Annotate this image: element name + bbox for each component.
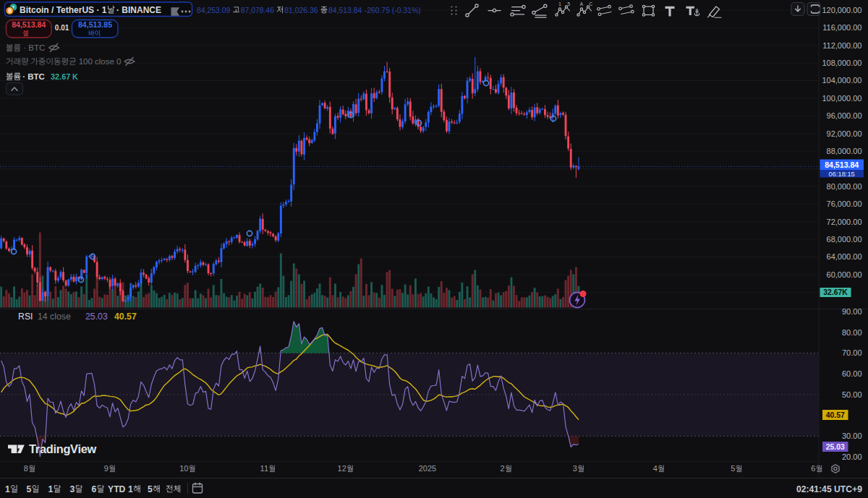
svg-text:5: 5 bbox=[731, 464, 735, 473]
svg-text:84,513.84: 84,513.84 bbox=[12, 20, 46, 29]
svg-text:32.67: 32.67 bbox=[51, 72, 70, 81]
svg-text:3: 3 bbox=[573, 464, 577, 473]
svg-text:1: 1 bbox=[48, 484, 54, 494]
svg-text:TradingView: TradingView bbox=[29, 442, 96, 455]
svg-text:81,026.36: 81,026.36 bbox=[284, 7, 318, 14]
svg-text:108,000.00: 108,000.00 bbox=[822, 59, 861, 67]
svg-text:87,078.46: 87,078.46 bbox=[241, 7, 274, 14]
svg-text:1: 1 bbox=[128, 484, 133, 494]
svg-text:84,513.85: 84,513.85 bbox=[78, 20, 112, 29]
svg-text:5: 5 bbox=[148, 484, 153, 494]
svg-text:5: 5 bbox=[27, 484, 32, 494]
svg-text:112,000.00: 112,000.00 bbox=[822, 41, 861, 50]
svg-text:6: 6 bbox=[811, 464, 815, 473]
svg-text:Bitcoin / TetherUS · 1: Bitcoin / TetherUS · 1 bbox=[20, 5, 107, 15]
svg-text:30.00: 30.00 bbox=[842, 432, 862, 440]
svg-text:06:18:15: 06:18:15 bbox=[829, 171, 855, 178]
svg-text:40.57: 40.57 bbox=[826, 411, 845, 419]
svg-text:1: 1 bbox=[558, 1, 561, 7]
svg-text:3: 3 bbox=[70, 484, 75, 494]
svg-text:84,253.09: 84,253.09 bbox=[197, 7, 230, 14]
svg-text:80,000.00: 80,000.00 bbox=[827, 182, 862, 191]
svg-text:2025: 2025 bbox=[419, 464, 436, 473]
svg-text:11: 11 bbox=[260, 464, 268, 473]
svg-text:100,000.00: 100,000.00 bbox=[822, 94, 861, 103]
svg-text:0.01: 0.01 bbox=[55, 24, 69, 32]
svg-text:100 close 0: 100 close 0 bbox=[79, 57, 122, 66]
svg-text:25.03: 25.03 bbox=[826, 443, 845, 451]
svg-text:84,513.84: 84,513.84 bbox=[825, 160, 859, 169]
svg-text:116,000.00: 116,000.00 bbox=[822, 23, 861, 32]
svg-text:YTD: YTD bbox=[108, 484, 126, 494]
svg-text:32.67K: 32.67K bbox=[823, 288, 848, 296]
svg-text:50.00: 50.00 bbox=[842, 390, 862, 399]
svg-text:88,000.00: 88,000.00 bbox=[827, 147, 862, 155]
svg-text:· BTC: · BTC bbox=[22, 72, 45, 81]
svg-text:60,000.00: 60,000.00 bbox=[827, 270, 862, 279]
svg-text:12: 12 bbox=[338, 464, 346, 473]
svg-text:80.00: 80.00 bbox=[842, 328, 862, 337]
svg-text:5: 5 bbox=[568, 1, 571, 7]
svg-text:14 close: 14 close bbox=[38, 312, 71, 322]
svg-text:10: 10 bbox=[179, 464, 188, 473]
svg-text:90.00: 90.00 bbox=[842, 307, 862, 316]
svg-text:9: 9 bbox=[104, 464, 109, 473]
svg-text:2: 2 bbox=[501, 464, 505, 473]
svg-text:68,000.00: 68,000.00 bbox=[827, 235, 862, 244]
svg-text:A: A bbox=[580, 1, 584, 7]
svg-text:K: K bbox=[72, 72, 78, 81]
svg-text:64,000.00: 64,000.00 bbox=[827, 252, 862, 261]
svg-text:RSI: RSI bbox=[18, 312, 33, 322]
svg-text:84,513.84: 84,513.84 bbox=[328, 7, 362, 14]
svg-text:· BTC: · BTC bbox=[23, 43, 45, 52]
svg-text:4: 4 bbox=[653, 464, 658, 473]
svg-text:· BINANCE: · BINANCE bbox=[116, 5, 161, 15]
svg-text:20.00: 20.00 bbox=[842, 452, 862, 461]
svg-text:96,000.00: 96,000.00 bbox=[827, 111, 862, 120]
svg-text:70.00: 70.00 bbox=[842, 348, 862, 357]
svg-text:8: 8 bbox=[24, 464, 28, 473]
svg-text:-260.75 (-0.31%): -260.75 (-0.31%) bbox=[365, 7, 421, 14]
svg-text:C: C bbox=[590, 1, 593, 7]
svg-text:72,000.00: 72,000.00 bbox=[827, 218, 862, 226]
svg-text:92,000.00: 92,000.00 bbox=[827, 129, 862, 138]
svg-text:60.00: 60.00 bbox=[842, 369, 862, 378]
svg-text:104,000.00: 104,000.00 bbox=[822, 76, 861, 85]
svg-text:6: 6 bbox=[92, 484, 97, 494]
svg-text:02:41:45 UTC+9: 02:41:45 UTC+9 bbox=[796, 484, 862, 494]
svg-text:76,000.00: 76,000.00 bbox=[827, 199, 862, 208]
svg-text:120,000.00: 120,000.00 bbox=[822, 6, 861, 14]
svg-text:40.57: 40.57 bbox=[114, 312, 137, 322]
svg-text:1: 1 bbox=[5, 484, 10, 494]
svg-text:25.03: 25.03 bbox=[85, 312, 108, 322]
